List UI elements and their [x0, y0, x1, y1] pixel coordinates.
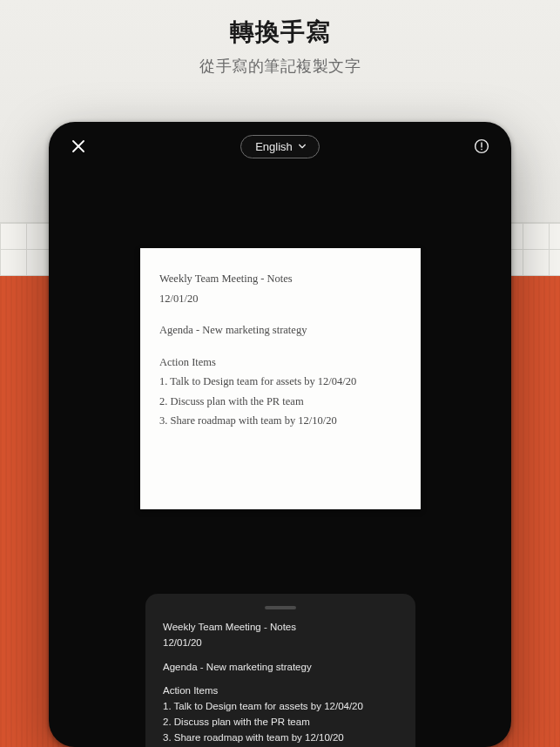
promo-title: 轉換手寫 [0, 16, 560, 49]
converted-line: 2. Discuss plan with the PR team [163, 715, 398, 730]
promo-subtitle: 從手寫的筆記複製文字 [0, 56, 560, 77]
handwritten-line: Action Items [159, 353, 401, 373]
sheet-drag-handle[interactable] [265, 606, 296, 609]
converted-line: Action Items [163, 683, 398, 699]
handwritten-line: Agenda - New marketing strategy [159, 320, 401, 340]
svg-point-4 [481, 149, 482, 151]
converted-line: Weekly Team Meeting - Notes [163, 620, 398, 636]
handwritten-note: Weekly Team Meeting - Notes 12/01/20 Age… [140, 248, 421, 509]
converted-line: Agenda - New marketing strategy [163, 660, 398, 676]
handwritten-line: 2. Discuss plan with the PR team [159, 392, 401, 412]
chevron-down-icon [298, 142, 307, 151]
handwritten-line: 12/01/20 [159, 289, 401, 309]
converted-line: 12/01/20 [163, 636, 398, 651]
alert-icon [474, 138, 489, 154]
language-label: English [255, 140, 293, 153]
handwritten-line: 3. Share roadmap with team by 12/10/20 [159, 411, 401, 431]
converted-line: 3. Share roadmap with team by 12/10/20 [163, 730, 398, 746]
tablet-frame: English Weekly Team Meeting - Notes 12/0… [49, 122, 511, 747]
converted-text-sheet[interactable]: Weekly Team Meeting - Notes 12/01/20 Age… [145, 594, 415, 747]
handwritten-line: Weekly Team Meeting - Notes [159, 269, 401, 289]
promo-header: 轉換手寫 從手寫的筆記複製文字 [0, 16, 560, 77]
language-selector[interactable]: English [240, 135, 320, 158]
report-button[interactable] [468, 132, 496, 160]
handwritten-line: 1. Talk to Design team for assets by 12/… [159, 372, 401, 392]
converted-line: 1. Talk to Design team for assets by 12/… [163, 699, 398, 715]
close-icon [71, 139, 85, 153]
top-toolbar: English [49, 122, 511, 171]
close-button[interactable] [64, 132, 92, 160]
